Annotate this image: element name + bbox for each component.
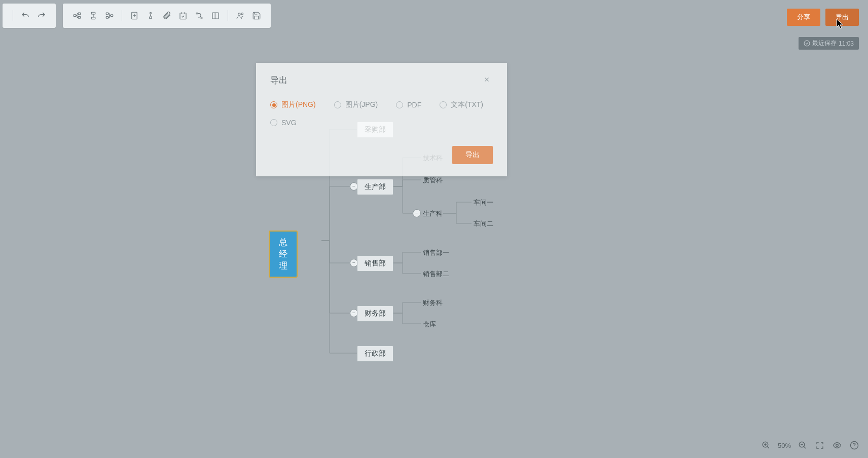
export-format-group: 图片(PNG) 图片(JPG) PDF 文本(TXT) SVG (270, 100, 493, 127)
svg-point-19 (836, 444, 839, 447)
save-status-prefix: 最近保存 (812, 39, 837, 48)
relation-button[interactable] (191, 8, 207, 24)
add-sibling-button[interactable] (85, 8, 101, 24)
radio-icon (440, 101, 447, 108)
radio-option-txt[interactable]: 文本(TXT) (440, 100, 483, 109)
svg-rect-3 (91, 12, 95, 14)
export-modal: 导出 图片(PNG) 图片(JPG) PDF 文本(TXT) SVG 导出 (256, 63, 507, 176)
radio-icon (270, 119, 277, 126)
mindmap-leaf[interactable]: 车间一 (474, 198, 493, 207)
radio-option-jpg[interactable]: 图片(JPG) (334, 100, 378, 109)
modal-footer: 导出 (270, 146, 493, 164)
radio-icon (270, 101, 277, 108)
collapse-button[interactable]: − (413, 209, 421, 217)
redo-button[interactable] (33, 8, 50, 24)
add-parent-button[interactable] (101, 8, 118, 24)
mindmap-leaf[interactable]: 销售部一 (423, 248, 449, 257)
save-status-time: 11:03 (839, 40, 854, 47)
radio-label: PDF (407, 101, 421, 109)
svg-rect-13 (212, 13, 219, 19)
modal-close-button[interactable] (481, 74, 493, 86)
svg-rect-10 (180, 13, 186, 19)
zoom-level: 50% (778, 442, 791, 449)
layout-button[interactable] (207, 8, 224, 24)
radio-label: 图片(JPG) (345, 100, 378, 109)
svg-rect-4 (91, 17, 95, 19)
edit-group (63, 4, 271, 28)
modal-export-button[interactable]: 导出 (452, 146, 493, 164)
task-button[interactable] (175, 8, 191, 24)
radio-label: SVG (281, 119, 297, 127)
preview-button[interactable] (831, 440, 843, 451)
radio-label: 文本(TXT) (451, 100, 483, 109)
toolbar (3, 4, 271, 28)
svg-point-9 (150, 12, 152, 14)
history-group (3, 4, 56, 28)
svg-point-16 (804, 41, 810, 46)
bottom-right-controls: 50% (761, 440, 860, 451)
radio-option-png[interactable]: 图片(PNG) (270, 100, 316, 109)
mindmap-node[interactable]: 行政部 (357, 346, 393, 362)
radio-icon (334, 101, 341, 108)
radio-option-pdf[interactable]: PDF (396, 100, 421, 109)
svg-rect-0 (74, 15, 76, 17)
mindmap-node[interactable]: 生产部 (357, 179, 393, 195)
user-button[interactable] (232, 8, 248, 24)
radio-option-svg[interactable]: SVG (270, 119, 493, 127)
radio-icon (396, 101, 403, 108)
svg-rect-7 (106, 17, 108, 19)
mindmap-leaf[interactable]: 生产科 (423, 209, 443, 218)
mindmap-node[interactable]: 财务部 (357, 306, 393, 322)
mindmap-leaf[interactable]: 车间二 (474, 219, 493, 228)
fullscreen-button[interactable] (814, 440, 825, 451)
link-button[interactable] (142, 8, 159, 24)
radio-label: 图片(PNG) (281, 100, 316, 109)
svg-rect-2 (78, 17, 81, 19)
svg-point-11 (196, 13, 198, 14)
top-right-actions: 分享 导出 (787, 9, 859, 26)
share-button[interactable]: 分享 (787, 9, 820, 26)
modal-header: 导出 (270, 74, 493, 86)
mindmap-leaf[interactable]: 质管科 (423, 176, 443, 185)
check-circle-icon (804, 40, 810, 47)
export-button[interactable]: 导出 (825, 9, 859, 26)
mindmap-root[interactable]: 总经理 (269, 231, 298, 278)
svg-rect-6 (106, 13, 108, 15)
note-button[interactable] (126, 8, 142, 24)
save-status-badge: 最近保存 11:03 (799, 37, 859, 50)
zoom-out-button[interactable] (797, 440, 808, 451)
modal-title: 导出 (270, 74, 287, 86)
svg-rect-5 (111, 15, 113, 17)
attachment-button[interactable] (159, 8, 175, 24)
undo-button[interactable] (17, 8, 33, 24)
add-child-button[interactable] (69, 8, 85, 24)
svg-point-15 (241, 13, 243, 15)
close-icon (483, 76, 490, 83)
mindmap-leaf[interactable]: 销售部二 (423, 270, 449, 279)
svg-point-14 (238, 13, 241, 16)
mindmap-node[interactable]: 销售部 (357, 255, 393, 272)
save-button[interactable] (248, 8, 265, 24)
help-button[interactable] (849, 440, 860, 451)
svg-rect-1 (78, 13, 81, 15)
zoom-in-button[interactable] (761, 440, 772, 451)
mindmap-leaf[interactable]: 仓库 (423, 320, 436, 329)
mindmap-leaf[interactable]: 财务科 (423, 298, 443, 308)
